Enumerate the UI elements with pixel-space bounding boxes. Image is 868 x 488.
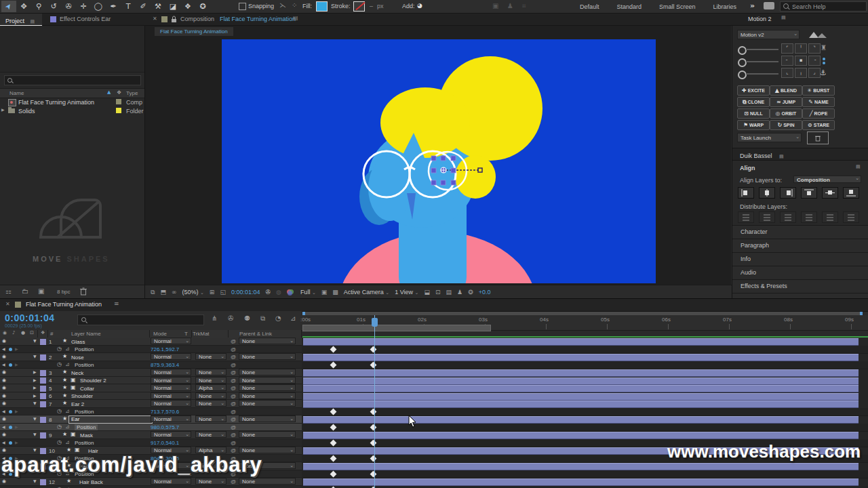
keyframe-dot-icon[interactable] (9, 363, 12, 367)
trkmat-dropdown[interactable]: None⌄ (195, 392, 226, 399)
slider-track-1[interactable] (746, 49, 778, 50)
mode-dropdown[interactable]: Normal⌄ (151, 400, 191, 407)
property-value[interactable]: 713.7,570.6 (151, 409, 179, 415)
keyframe-diamond[interactable] (330, 408, 337, 415)
layer-label-swatch[interactable] (40, 386, 46, 392)
layer-track[interactable] (302, 400, 868, 408)
project-item-name[interactable]: Solids (18, 108, 35, 115)
workspace-small-screen[interactable]: Small Screen (659, 3, 696, 10)
puppet-pin-tool[interactable]: ✪ (195, 1, 210, 12)
layer-label-swatch[interactable] (40, 370, 46, 376)
layer-row[interactable]: ◉▼12★Hair BackNormal⌄None⌄@None⌄ (0, 478, 302, 486)
keyframe-diamond[interactable] (370, 346, 377, 352)
number-column-header[interactable]: # (50, 331, 53, 337)
layer-visibility-icon[interactable]: ◉ (2, 378, 6, 383)
layer-name[interactable]: Neck (71, 370, 83, 376)
pan-behind-tool[interactable]: ✛ (76, 1, 91, 12)
layer-track[interactable] (302, 392, 868, 401)
layer-name[interactable]: Hair Back (79, 479, 103, 485)
task-launch-dropdown[interactable]: Task Launch⌄ (737, 133, 802, 142)
parent-pickwhip-icon[interactable]: @ (231, 385, 236, 391)
brush-tool[interactable]: ✐ (136, 1, 151, 12)
layer-duration-bar[interactable] (303, 432, 859, 439)
work-area-bar[interactable] (302, 325, 491, 331)
motion-button-jump[interactable]: ≈JUMP (770, 97, 802, 107)
layer-visibility-icon[interactable]: ◉ (2, 479, 6, 484)
distribute-h-center-button[interactable] (759, 211, 775, 223)
tab-info[interactable]: Info (732, 252, 868, 266)
keyframe-diamond[interactable] (370, 439, 377, 446)
property-pickwhip-icon[interactable]: @ (231, 362, 236, 368)
layer-track[interactable] (302, 462, 868, 470)
mode-dropdown[interactable]: Normal⌄ (151, 392, 191, 399)
new-composition-icon[interactable]: ▣ (38, 288, 44, 295)
layer-expander-icon[interactable]: ▼ (33, 448, 37, 452)
tab-effect-controls[interactable]: Effect Controls Ear (60, 16, 111, 22)
trkmat-dropdown[interactable]: Alpha⌄ (195, 384, 226, 391)
keyframe-diamond[interactable] (330, 455, 337, 462)
parent-dropdown[interactable]: None⌄ (239, 338, 296, 344)
timeline-tab-label[interactable]: Flat Face Turning Animation (26, 301, 102, 308)
layer-duration-bar[interactable] (303, 354, 859, 361)
comp-flowchart-icon[interactable]: ♟ (457, 289, 462, 296)
shy-layers-icon[interactable]: ⚉ (244, 315, 250, 322)
stopwatch-icon[interactable]: ◷ (57, 346, 62, 352)
trkmat-dropdown[interactable]: None⌄ (195, 377, 226, 384)
layer-expander-icon[interactable]: ▼ (33, 339, 37, 343)
keyframe-diamond[interactable] (330, 361, 337, 368)
layer-expander-icon[interactable]: ▶ (33, 370, 37, 374)
project-row[interactable]: Flat Face Turning AnimationComp (0, 98, 144, 106)
monitor-icon[interactable]: ⬒ (160, 289, 166, 296)
vr-goggles-icon[interactable]: ∞ (172, 289, 177, 296)
parent-pickwhip-icon[interactable]: @ (231, 354, 236, 360)
slider-knob-1[interactable] (738, 46, 747, 55)
anchor-icon[interactable]: ⚓ (820, 69, 827, 77)
time-ruler[interactable]: :00s01s02s03s04s05s06s07s08s09s (302, 315, 868, 331)
layer-row[interactable]: ◉▼9★▣MaskNormal⌄None⌄@None⌄ (0, 431, 302, 439)
camera-tool[interactable]: ✇ (61, 1, 76, 12)
layer-visibility-icon[interactable]: ◉ (2, 386, 6, 390)
keyframe-dot-icon[interactable] (9, 410, 12, 413)
add-icon[interactable]: ◕ (417, 3, 422, 9)
fill-swatch[interactable] (316, 1, 328, 12)
tab-project[interactable]: Project ▤ (0, 14, 42, 26)
search-help-box[interactable]: Search Help (780, 1, 867, 12)
parent-dropdown[interactable]: None⌄ (239, 415, 296, 422)
parent-dropdown[interactable]: None⌄ (239, 353, 296, 360)
interpret-footage-icon[interactable]: ⚏ (5, 288, 12, 295)
anchor-grid-btn-3[interactable]: ⌝ (808, 43, 821, 54)
motion-button-clone[interactable]: ⧉CLONE (737, 97, 770, 107)
keyframe-diamond[interactable] (330, 346, 337, 352)
keyframe-diamond[interactable] (370, 424, 377, 430)
region-of-interest-icon[interactable]: ▣ (321, 289, 328, 296)
layer-row[interactable]: ◉▼8★EarNormal⌄None⌄@None⌄ (0, 415, 302, 424)
comp-viewer-tab[interactable]: Flat Face Turning Animation (155, 27, 233, 36)
parent-dropdown[interactable]: None⌄ (239, 400, 296, 407)
anchor-grid-btn-9[interactable]: ⌟ (808, 68, 821, 78)
layer-track[interactable] (302, 478, 868, 486)
tab-effects-presets[interactable]: Effects & Presets (732, 279, 868, 293)
keyframe-dot-icon[interactable] (9, 426, 12, 429)
layer-visibility-icon[interactable]: ◉ (2, 370, 6, 375)
layer-label-swatch[interactable] (40, 401, 46, 407)
label-swatch[interactable] (116, 99, 121, 104)
property-label[interactable]: Position (75, 346, 94, 352)
layer-label-swatch[interactable] (40, 479, 46, 485)
property-row[interactable]: ◀▶◷⊿Position980.0,575.7@ (0, 424, 302, 432)
motion-button-null[interactable]: ⊡NULL (737, 108, 770, 119)
hand-tool[interactable]: ✥ (16, 1, 31, 12)
anchor-grid-btn-8[interactable]: ╷ (795, 68, 807, 78)
viewer-timecode[interactable]: 0:00:01:04 (231, 289, 260, 296)
toolbar-extra-icon-3[interactable]: ⌗ (522, 3, 526, 9)
next-keyframe-icon[interactable]: ▶ (15, 425, 18, 429)
keyframe-dot-icon[interactable] (9, 348, 12, 351)
label-swatch[interactable] (116, 108, 121, 113)
project-search-box[interactable] (4, 75, 141, 85)
type-column-header[interactable]: Type (126, 90, 138, 96)
mode-dropdown[interactable]: Normal⌄ (151, 384, 191, 391)
layer-expander-icon[interactable]: ▶ (33, 378, 37, 382)
mode-column[interactable]: Mode (153, 331, 167, 337)
anchor-grid-btn-5[interactable]: ▪ (795, 56, 807, 66)
new-folder-icon[interactable]: 🗀 (22, 288, 28, 295)
keyframe-diamond[interactable] (330, 439, 337, 446)
